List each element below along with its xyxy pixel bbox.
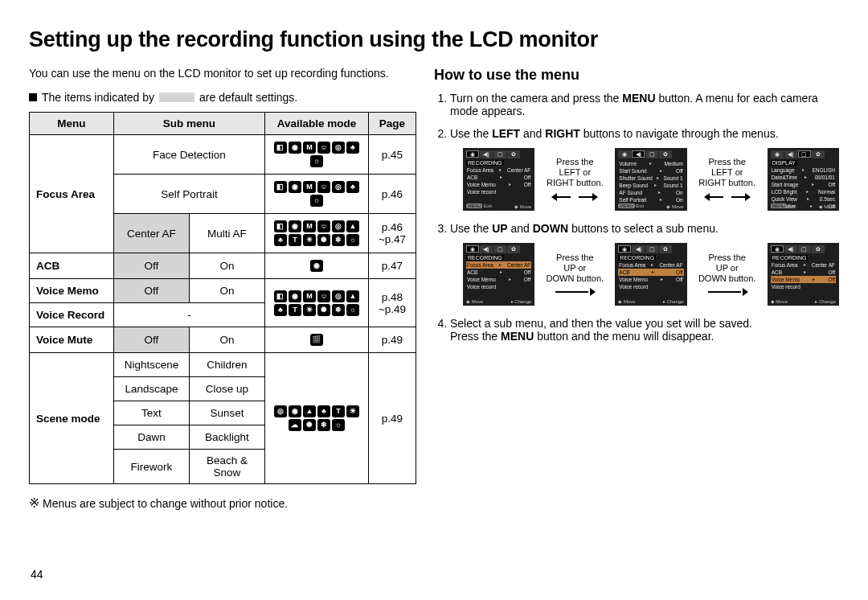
mode-icon: ▲ (303, 405, 316, 417)
footnote: ※Menus are subject to change without pri… (29, 495, 416, 511)
menu-table: Menu Sub menu Available mode Page Focus … (29, 112, 416, 484)
mode-icon: ◎ (332, 220, 345, 232)
lcd-display: ◉◀)▢✿ DISPLAY Language▸ENGLISH Date&Time… (768, 148, 839, 211)
mode-icon: ◎ (332, 181, 345, 193)
menu-focus-area: Focus Area (30, 135, 114, 253)
page-voice-mute: p.49 (368, 327, 416, 353)
tab-icon: ▢ (493, 245, 506, 253)
right-arrow-icon (555, 287, 594, 297)
vr-dash: - (113, 303, 264, 327)
lcd-step3-b: ◉◀)▢✿ RECORDING Focus Area▸Center AF ACB… (615, 243, 686, 306)
mode-icon: ✺ (317, 234, 330, 246)
left-column: You can use the menu on the LCD monitor … (29, 67, 416, 522)
sub-multi-af: Multi AF (189, 214, 264, 253)
mode-icon: M (303, 181, 316, 193)
tab-icon: ▢ (645, 150, 658, 158)
acb-on: On (189, 253, 264, 279)
mode-icon: ◉ (289, 142, 301, 154)
tab-icon: ◉ (466, 150, 479, 158)
modes-acb: ◉ (264, 253, 368, 279)
mode-icon: ☀ (303, 304, 316, 316)
page-self-portrait: p.46 (368, 175, 416, 214)
scene-1-0: Landscape (113, 377, 189, 401)
right-arrow-icon (708, 287, 747, 297)
mode-icon: ☀ (303, 234, 316, 246)
mode-icon: ☁ (289, 419, 301, 431)
scene-1-1: Close up (189, 377, 264, 401)
right-column: How to use the menu Turn on the camera a… (434, 67, 839, 522)
mode-icon: ❄ (317, 419, 330, 431)
th-mode: Available mode (264, 113, 368, 135)
mode-icon: ♣ (317, 405, 330, 417)
mode-icon: ☼ (346, 234, 359, 246)
page-voice: p.48 ~p.49 (368, 279, 416, 327)
vmute-off: Off (113, 327, 189, 353)
left-right-arrow-icon (553, 191, 596, 203)
menu-voice-memo: Voice Memo (30, 279, 114, 303)
mode-icon: ☀ (346, 405, 359, 417)
lcd-row-step3: ◉◀)▢✿ RECORDING Focus Area▸Center AF ACB… (450, 243, 839, 306)
footnote-text: Menus are subject to change without prio… (43, 497, 288, 510)
mode-icon: T (332, 405, 345, 417)
th-menu: Menu (30, 113, 114, 135)
tab-icon: ▢ (798, 150, 811, 158)
tab-icon: ▢ (798, 245, 811, 253)
mode-icon: ✺ (303, 419, 316, 431)
modes-self-portrait: ◧◉M☺◎♣☼ (264, 175, 368, 214)
lcd-hdr: DISPLAY (771, 160, 797, 166)
step-1: Turn on the camera and press the MENU bu… (450, 92, 839, 117)
tab-icon: ▢ (493, 150, 506, 158)
tab-icon: ◀) (480, 245, 493, 253)
step-2: Use the LEFT and RIGHT buttons to naviga… (450, 127, 839, 211)
scene-0-0: Nightscene (113, 353, 189, 377)
mode-icon: ♣ (274, 304, 287, 316)
default-note-post: are default settings. (199, 91, 297, 104)
bullet-square-icon (29, 93, 37, 101)
intro-text: You can use the menu on the LCD monitor … (29, 67, 416, 80)
menu-voice-mute: Voice Mute (30, 327, 114, 353)
scene-2-1: Sunset (189, 401, 264, 425)
lcd-recording-1: ◉◀)▢✿ RECORDING Focus Area▸Center AF ACB… (463, 148, 534, 211)
lcd-body: Focus Area▸Center AF ACB▸Off Voice Memo▸… (466, 166, 531, 195)
lcd-hdr: RECORDING (618, 255, 656, 261)
mode-icon: M (303, 142, 316, 154)
tab-icon: ◉ (771, 245, 784, 253)
th-sub: Sub menu (113, 113, 264, 135)
mode-icon: ♣ (274, 234, 287, 246)
mode-icon: ❄ (332, 304, 345, 316)
tab-icon: ◀) (632, 245, 645, 253)
mode-icon: ♣ (346, 142, 359, 154)
lcd-sound: ◉◀)▢✿ Volume▸Medium Start Sound▸Off Shut… (615, 148, 686, 211)
tab-icon: ◀) (632, 150, 645, 158)
scene-3-0: Dawn (113, 425, 189, 450)
mode-icon: M (303, 220, 316, 232)
mode-icon: M (303, 290, 316, 302)
page-acb: p.47 (368, 253, 416, 279)
lcd-hdr: RECORDING (466, 255, 504, 261)
menu-acb: ACB (30, 253, 114, 279)
left-right-arrow-icon (706, 191, 749, 203)
mode-icon: ◧ (274, 181, 287, 193)
mode-icon: ◎ (332, 142, 345, 154)
tab-icon: ◀) (784, 150, 797, 158)
mode-icon: ☺ (317, 181, 330, 193)
how-to-heading: How to use the menu (434, 67, 839, 84)
caption-lr: Press the LEFT or RIGHT button. (698, 157, 756, 188)
th-page: Page (368, 113, 416, 135)
tab-icon: ◀) (480, 150, 493, 158)
vmute-on: On (189, 327, 264, 353)
sub-center-af: Center AF (113, 214, 189, 253)
menu-voice-record: Voice Record (30, 303, 114, 327)
sub-face-detection: Face Detection (113, 135, 264, 175)
modes-face-detection: ◧◉M☺◎♣☼ (264, 135, 368, 175)
mode-icon: ☼ (310, 195, 323, 207)
tab-icon: ✿ (812, 245, 825, 253)
step-4: Select a sub menu, and then the value yo… (450, 317, 839, 343)
mode-icon: T (289, 304, 301, 316)
mode-icon: ◉ (289, 181, 301, 193)
mode-icon: ◉ (289, 405, 301, 417)
mode-icon: ♣ (346, 181, 359, 193)
modes-scene: ◎◉▲♣T☀☁✺❄☼ (264, 353, 368, 484)
tab-icon: ◀) (784, 245, 797, 253)
page-af: p.46 ~p.47 (368, 214, 416, 253)
